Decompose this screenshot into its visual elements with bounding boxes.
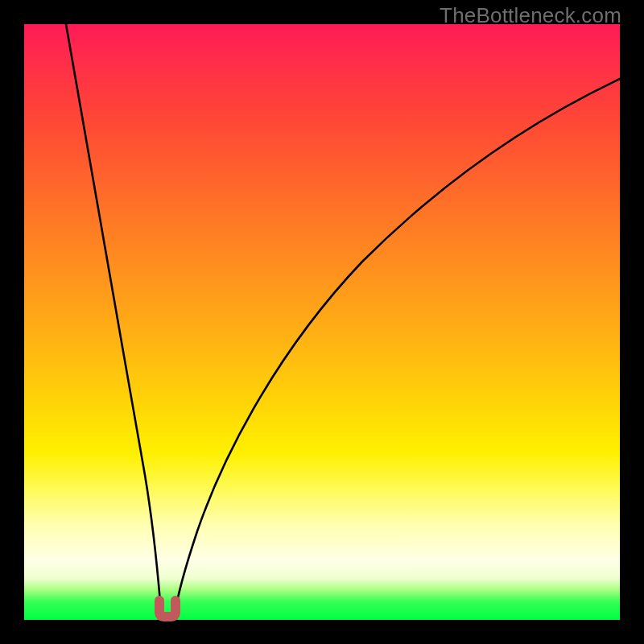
plot-area	[24, 24, 620, 620]
left-curve	[66, 24, 162, 614]
right-curve	[175, 79, 620, 614]
bottom-u-marker	[159, 601, 175, 617]
curve-layer	[24, 24, 620, 620]
chart-frame: TheBottleneck.com	[0, 0, 644, 644]
